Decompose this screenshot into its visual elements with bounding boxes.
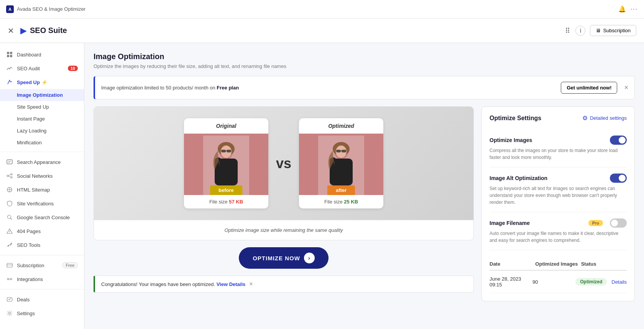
sidebar-item-speed-up[interactable]: Speed Up ⚡ [0,75,84,89]
svg-line-12 [8,175,11,175]
integrations-icon [6,276,13,283]
sidebar-item-html-sitemap[interactable]: HTML Sitemap [0,183,84,197]
settings-panel: Optimize Settings ⚙ Detailed settings Op… [481,106,635,301]
success-close-icon[interactable]: × [249,281,253,288]
optimize-button-area: OPTIMIZE NOW › [94,240,474,276]
optimize-now-button[interactable]: OPTIMIZE NOW › [239,247,329,269]
after-label: after [327,185,355,195]
svg-rect-5 [10,55,12,57]
image-comparison-card: Original [94,106,474,240]
google-search-console-icon [6,214,13,221]
svg-point-24 [10,278,12,280]
detailed-settings-link[interactable]: ⚙ Detailed settings [582,114,627,122]
optimized-file-size: File size 25 KB [299,195,383,208]
image-filename-toggle[interactable] [610,218,627,228]
sidebar-sub-lazy-loading[interactable]: Lazy Loading [0,125,84,137]
success-text: Congratulations! Your images have been o… [101,281,245,287]
deals-label: Deals [17,297,30,303]
sidebar-sub-instant-page[interactable]: Instant Page [0,113,84,125]
sidebar-sub-image-optimization[interactable]: Image Optimization [0,89,84,101]
image-alt-toggle[interactable] [610,174,627,183]
sidebar-item-dashboard[interactable]: Dashboard [0,48,84,61]
col-status: Status [581,261,627,267]
optimize-arrow-icon: › [304,253,315,263]
svg-rect-21 [7,263,12,267]
google-search-console-label: Google Search Console [17,215,70,220]
original-image-box: Original [184,118,268,208]
logo-arrow-icon: ▶ [20,26,27,36]
sidebar-item-deals[interactable]: Deals [0,293,84,306]
success-banner: Congratulations! Your images have been o… [94,276,474,293]
main-content: Image Optimization Optimize the images b… [84,43,644,329]
app-layout: Dashboard SEO Audit 10 Speed Up ⚡ Image … [0,43,644,329]
sidebar: Dashboard SEO Audit 10 Speed Up ⚡ Image … [0,43,84,329]
details-link[interactable]: Details [611,279,627,285]
optimize-images-toggle[interactable] [610,136,627,145]
image-filename-desc: Auto convert your image file names to ma… [490,230,627,244]
sidebar-sub-minification[interactable]: Minification [0,137,84,149]
speed-up-label: Speed Up ⚡ [17,79,48,85]
sidebar-sub-site-speed-up[interactable]: Site Speed Up [0,101,84,113]
svg-point-20 [9,232,10,233]
sidebar-item-subscription[interactable]: Subscription Free [0,258,84,272]
image-alt-row-header: Image Alt Optimization [490,174,627,183]
image-alt-setting: Image Alt Optimization Set up keyword-ri… [490,167,627,212]
status-badge: Optimized [575,278,607,286]
notification-icon[interactable]: 🔔 [618,5,626,13]
seo-audit-icon [6,65,13,72]
app-name: Avada SEO & Image Optimizer [17,6,85,12]
svg-point-23 [7,278,9,280]
close-icon[interactable]: ✕ [8,26,14,35]
seo-audit-label: SEO Audit [17,66,40,71]
view-details-link[interactable]: View Details [217,281,246,287]
seo-tools-icon [6,241,13,248]
optimized-label: Optimized [299,118,383,134]
search-appearance-label: Search Appearance [17,159,61,165]
pro-badge: Pro [588,220,603,226]
comparison-caption: Optimize image size while remaining the … [94,220,473,240]
grid-icon[interactable]: ⠿ [565,26,571,35]
svg-point-9 [7,175,8,177]
vs-label: vs [276,155,291,172]
optimize-images-setting: Optimize Images Compress all the images … [490,129,627,167]
html-sitemap-label: HTML Sitemap [17,187,50,193]
seo-suite-logo: ▶ SEO Suite [20,26,67,36]
subscription-button[interactable]: 🖥 Subscription [590,25,636,36]
sidebar-item-integrations[interactable]: Integrations [0,272,84,286]
top-bar: A Avada SEO & Image Optimizer 🔔 ··· [0,0,644,18]
info-icon[interactable]: i [575,26,585,36]
subscription-sidebar-icon [6,262,13,269]
optimize-images-label: Optimize Images [490,137,532,143]
sidebar-item-search-appearance[interactable]: Search Appearance [0,155,84,169]
image-alt-desc: Set up keyword-rich alt text for images … [490,185,627,206]
more-options-icon[interactable]: ··· [631,6,638,13]
sidebar-item-site-verifications[interactable]: Site Verifications [0,197,84,210]
sidebar-item-seo-audit[interactable]: SEO Audit 10 [0,61,84,75]
image-filename-label: Image Filename [490,220,530,226]
sidebar-item-social-networks[interactable]: Social Networks [0,169,84,183]
site-verifications-label: Site Verifications [17,201,54,207]
get-unlimited-button[interactable]: Get unlimited now! [561,82,617,94]
subscription-free-badge: Free [62,262,78,268]
settings-title: Optimize Settings [490,115,541,122]
row-date: June 28, 2023 09:15 [490,276,532,288]
row-optimized: 90 [532,279,575,285]
page-subtitle: Optimize the images by reducing their fi… [94,63,635,69]
integrations-label: Integrations [17,276,43,282]
banner-text: Image optimization limited to 50 product… [101,85,556,91]
app-logo: A Avada SEO & Image Optimizer [6,5,85,13]
deals-icon [6,296,13,303]
404-pages-label: 404 Pages [17,228,41,234]
sidebar-item-404-pages[interactable]: 404 Pages [0,224,84,238]
settings-header: Optimize Settings ⚙ Detailed settings [490,114,627,122]
svg-point-17 [8,215,11,219]
svg-rect-45 [336,150,341,152]
sidebar-item-settings[interactable]: Settings [0,306,84,320]
optimized-image-placeholder: after [299,134,383,195]
content-grid: Original [94,106,635,301]
main-header: ✕ ▶ SEO Suite ⠿ i 🖥 Subscription [0,18,644,43]
sidebar-item-google-search-console[interactable]: Google Search Console [0,210,84,224]
sidebar-item-seo-tools[interactable]: SEO Tools [0,238,84,252]
col-optimized: Optimized Images [535,261,581,267]
banner-close-icon[interactable]: × [624,84,628,92]
